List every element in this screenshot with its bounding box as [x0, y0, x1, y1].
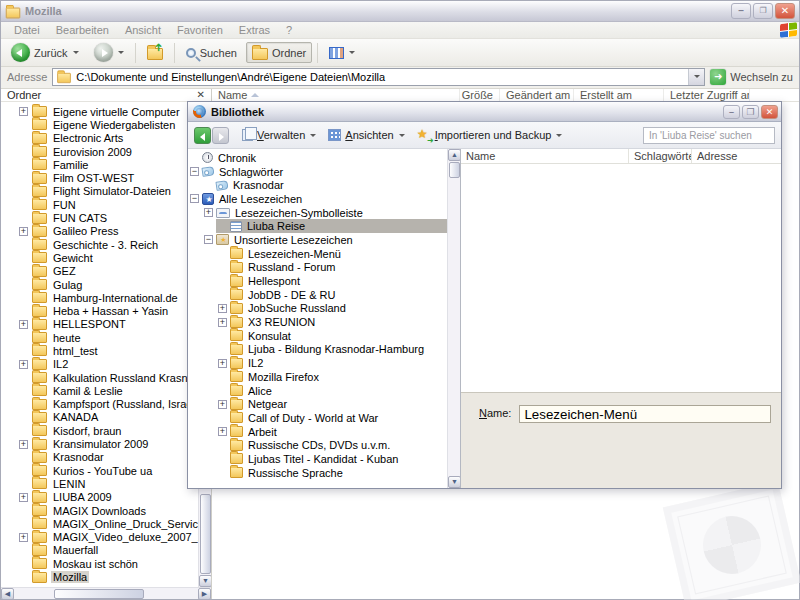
folder-tree-item[interactable]: Kalkulation Russland Krasnodar 2006 — [1, 371, 198, 384]
folder-tree-item[interactable]: Kamil & Leslie — [1, 384, 198, 397]
library-tree-item[interactable]: Ljubas Titel - Kandidat - Kuban — [216, 452, 447, 466]
folder-tree-item[interactable]: MAGIX_Video_deluxe_2007_2008 — [1, 531, 198, 544]
name-field-input[interactable] — [519, 405, 771, 423]
folder-tree-item[interactable]: Galileo Press — [1, 225, 198, 238]
minimize-button[interactable] — [731, 3, 751, 19]
column-header-created[interactable]: Erstellt am — [574, 89, 664, 101]
menu-item[interactable]: Datei — [7, 23, 47, 37]
library-tree-item[interactable]: JobDB - DE & RU — [216, 288, 447, 302]
library-tree-item[interactable]: Chronik — [188, 151, 447, 165]
folder-tree-item[interactable]: Film OST-WEST — [1, 171, 198, 184]
scroll-up-icon[interactable]: ▲ — [448, 149, 461, 161]
minimize-button[interactable] — [723, 105, 740, 119]
scroll-left-icon[interactable]: ◀ — [1, 588, 14, 600]
go-button[interactable]: ➜ Wechseln zu — [710, 69, 795, 85]
close-button[interactable] — [761, 105, 778, 119]
column-header-address[interactable]: Adresse — [692, 149, 781, 163]
expander-icon[interactable] — [19, 360, 28, 369]
folder-tree-item[interactable]: Eurovision 2009 — [1, 145, 198, 158]
folder-tree-item[interactable]: KANADA — [1, 411, 198, 424]
expander-icon[interactable] — [19, 440, 28, 449]
address-combobox[interactable]: C:\Dokumente und Einstellungen\André\Eig… — [52, 68, 705, 86]
scrollbar-thumb[interactable] — [200, 494, 211, 574]
menu-item[interactable]: Favoriten — [170, 23, 230, 37]
column-header-modified[interactable]: Geändert am — [500, 89, 574, 101]
expander-icon[interactable] — [190, 194, 199, 203]
library-tree-item[interactable]: Lesezeichen-Symbolleiste — [202, 206, 447, 220]
up-button[interactable] — [141, 42, 169, 63]
manage-button[interactable]: Verwalten — [239, 127, 319, 143]
expander-icon[interactable] — [19, 320, 28, 329]
expander-icon[interactable] — [218, 304, 227, 313]
library-tree-item[interactable]: Russische Sprache — [216, 466, 447, 480]
column-header-tags[interactable]: Schlagwörter — [629, 149, 692, 163]
expander-icon[interactable] — [19, 107, 28, 116]
folder-tree-item[interactable]: Kampfsport (Russland, Israel, Japan) — [1, 398, 198, 411]
scrollbar-thumb[interactable] — [54, 589, 144, 599]
expander-icon[interactable] — [218, 318, 227, 327]
folder-tree-item[interactable]: HELLESPONT — [1, 318, 198, 331]
library-tree-item[interactable]: Krasnodar — [202, 178, 447, 192]
library-tree-item[interactable]: Call of Duty - World at War — [216, 411, 447, 425]
scroll-down-icon[interactable]: ▼ — [448, 476, 461, 488]
menu-item[interactable]: ? — [279, 23, 299, 37]
maximize-button[interactable] — [742, 105, 759, 119]
library-tree-item[interactable]: X3 REUNION — [216, 315, 447, 329]
library-tree-item[interactable]: Konsulat — [216, 329, 447, 343]
folder-tree-item[interactable]: Mauerfall — [1, 544, 198, 557]
column-header-accessed[interactable]: Letzter Zugriff am — [664, 89, 750, 101]
folder-tree-item[interactable]: Moskau ist schön — [1, 557, 198, 570]
menu-item[interactable]: Extras — [232, 23, 277, 37]
scroll-down-icon[interactable]: ▼ — [199, 575, 211, 587]
views-button[interactable] — [323, 44, 361, 62]
import-backup-button[interactable]: Importieren und Backup — [414, 127, 566, 144]
library-search-input[interactable] — [643, 127, 775, 144]
folder-tree-item[interactable]: LENIN — [1, 477, 198, 490]
library-tree-item[interactable]: Ljuba - Bildung Krasnodar-Hamburg — [216, 343, 447, 357]
expander-icon[interactable] — [204, 208, 213, 217]
library-tree-item[interactable]: Netgear — [216, 397, 447, 411]
folder-tree-item[interactable]: FUN CATS — [1, 211, 198, 224]
views-button[interactable]: Ansichten — [325, 127, 407, 143]
library-tree-item[interactable]: JobSuche Russland — [216, 302, 447, 316]
expander-icon[interactable] — [204, 235, 213, 244]
library-tree-item[interactable]: IL2 — [216, 356, 447, 370]
column-header-size[interactable]: Größe — [460, 89, 500, 101]
library-item-list[interactable] — [461, 164, 781, 392]
maximize-button[interactable] — [753, 3, 773, 19]
close-icon[interactable]: ✕ — [194, 90, 208, 100]
library-tree-item[interactable]: Hellespont — [216, 274, 447, 288]
expander-icon[interactable] — [19, 493, 28, 502]
folder-tree-item[interactable]: Kurios - YouTube ua — [1, 464, 198, 477]
folder-tree-item[interactable]: Gulag — [1, 278, 198, 291]
column-header-name[interactable]: Name — [461, 149, 629, 163]
library-tree-item[interactable]: Unsortierte Lesezeichen — [202, 233, 447, 247]
column-header-name[interactable]: Name — [212, 89, 460, 101]
folder-tree-item[interactable]: Mozilla — [1, 570, 198, 583]
library-tree-scrollbar[interactable]: ▲ ▼ — [447, 149, 460, 488]
folder-tree-item[interactable]: Electronic Arts — [1, 132, 198, 145]
expander-icon[interactable] — [218, 400, 227, 409]
folder-tree-item[interactable]: MAGIX Downloads — [1, 504, 198, 517]
library-tree-item[interactable]: Alice — [216, 384, 447, 398]
address-dropdown-button[interactable] — [688, 69, 704, 85]
expander-icon[interactable] — [190, 167, 199, 176]
back-button[interactable]: Zurück — [5, 40, 85, 65]
library-tree-item[interactable]: Liuba Reise — [216, 219, 447, 233]
close-button[interactable] — [775, 3, 795, 19]
folders-button[interactable]: Ordner — [246, 42, 312, 63]
menu-item[interactable]: Ansicht — [118, 23, 168, 37]
expander-icon[interactable] — [19, 533, 28, 542]
library-tree-item[interactable]: Arbeit — [216, 425, 447, 439]
folder-tree-item[interactable]: Familie — [1, 158, 198, 171]
library-tree-item[interactable]: Russische CDs, DVDs u.v.m. — [216, 438, 447, 452]
forward-button[interactable] — [88, 40, 130, 65]
folder-tree-item[interactable]: Gewicht — [1, 251, 198, 264]
library-tree-item[interactable]: Alle Lesezeichen — [188, 192, 447, 206]
folder-tree-item[interactable]: IL2 — [1, 358, 198, 371]
expander-icon[interactable] — [218, 359, 227, 368]
expander-icon[interactable] — [19, 227, 28, 236]
forward-button[interactable] — [212, 127, 229, 144]
folder-tree-item[interactable]: html_test — [1, 344, 198, 357]
folder-tree-item[interactable]: Kransimulator 2009 — [1, 437, 198, 450]
